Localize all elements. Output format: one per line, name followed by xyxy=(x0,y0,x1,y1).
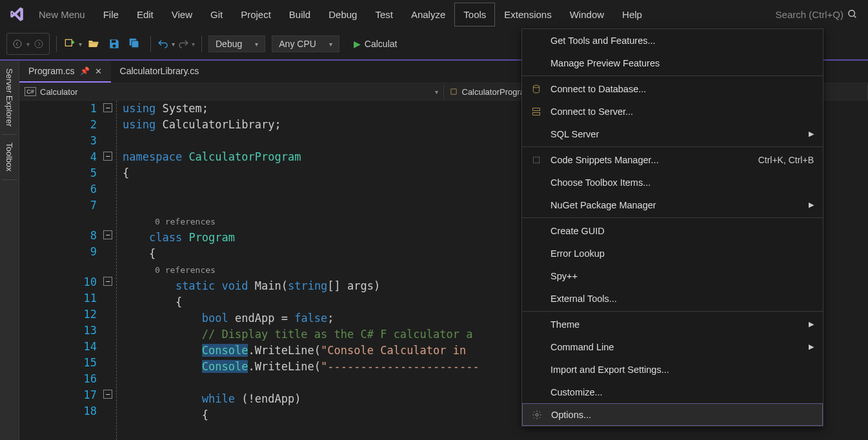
menu-item-label: Spy++ xyxy=(550,271,578,281)
nav-buttons: ▾ xyxy=(6,33,50,55)
menu-test[interactable]: Test xyxy=(366,3,402,26)
menu-item-get-tools-and-features[interactable]: Get Tools and Features... xyxy=(522,29,823,52)
fold-toggle[interactable]: − xyxy=(103,390,112,399)
nav-project-combo[interactable]: C# Calculator▾ xyxy=(19,85,444,99)
fold-toggle[interactable]: − xyxy=(103,103,112,112)
menu-item-label: Import and Export Settings... xyxy=(550,365,669,375)
run-button[interactable]: ▶Calculat xyxy=(347,36,404,52)
menu-item-theme[interactable]: Theme▶ xyxy=(522,313,823,335)
svg-point-1 xyxy=(35,40,43,48)
menu-item-error-lookup[interactable]: Error Lookup xyxy=(522,242,823,265)
side-tab-toolbox[interactable]: Toolbox xyxy=(2,135,17,180)
menubar: New Menu FileEditViewGitProjectBuildDebu… xyxy=(0,0,868,28)
menu-help[interactable]: Help xyxy=(613,3,651,26)
tab-label: CalculatorLibrary.cs xyxy=(120,66,199,76)
menu-item-label: Theme xyxy=(550,319,580,330)
menu-new-menu[interactable]: New Menu xyxy=(30,3,94,26)
submenu-arrow-icon: ▶ xyxy=(809,201,814,209)
gear-icon xyxy=(530,408,543,421)
menu-debug[interactable]: Debug xyxy=(319,3,366,26)
tab-calculatorlibrary-cs[interactable]: CalculatorLibrary.cs xyxy=(111,61,208,83)
shortcut-label: Ctrl+K, Ctrl+B xyxy=(758,155,814,165)
menu-item-external-tools[interactable]: External Tools... xyxy=(522,287,823,310)
menu-analyze[interactable]: Analyze xyxy=(402,3,454,26)
search-box[interactable]: Search (Ctrl+Q) xyxy=(769,5,864,24)
menu-item-label: Create GUID xyxy=(550,226,605,236)
svg-rect-5 xyxy=(533,108,540,110)
svg-point-4 xyxy=(533,85,539,88)
redo-button[interactable]: ▾ xyxy=(177,38,195,50)
menu-item-code-snippets-manager[interactable]: Code Snippets Manager...Ctrl+K, Ctrl+B xyxy=(522,148,823,171)
menu-item-label: Connect to Database... xyxy=(550,84,646,94)
menu-item-label: Get Tools and Features... xyxy=(550,35,656,46)
menu-item-choose-toolbox-items[interactable]: Choose Toolbox Items... xyxy=(522,171,823,194)
svg-rect-2 xyxy=(65,39,72,46)
nav-fwd-button[interactable] xyxy=(30,35,48,53)
menu-item-options[interactable]: Options... xyxy=(522,403,823,426)
menu-item-sql-server[interactable]: SQL Server▶ xyxy=(522,123,823,145)
menu-item-connect-to-server[interactable]: Connect to Server... xyxy=(522,100,823,123)
platform-combo[interactable]: Any CPU▾ xyxy=(272,35,339,52)
submenu-arrow-icon: ▶ xyxy=(809,130,814,138)
tools-menu-dropdown: Get Tools and Features...Manage Preview … xyxy=(521,28,823,426)
menu-item-label: Connect to Server... xyxy=(550,106,633,117)
class-icon xyxy=(449,87,458,96)
submenu-arrow-icon: ▶ xyxy=(809,320,814,328)
menu-item-label: Code Snippets Manager... xyxy=(550,155,659,165)
menu-edit[interactable]: Edit xyxy=(128,3,163,26)
open-file-button[interactable] xyxy=(85,35,103,53)
undo-button[interactable]: ▾ xyxy=(157,38,175,50)
svg-rect-7 xyxy=(533,157,539,163)
fold-toggle[interactable]: − xyxy=(103,277,112,286)
vs-logo xyxy=(4,0,30,28)
fold-toggle[interactable]: − xyxy=(103,152,112,161)
pin-icon[interactable]: 📌 xyxy=(80,66,90,75)
menu-item-label: Command Line xyxy=(550,342,614,352)
server-icon xyxy=(530,105,543,118)
menu-item-create-guid[interactable]: Create GUID xyxy=(522,219,823,242)
save-button[interactable] xyxy=(105,35,123,53)
menu-item-label: Choose Toolbox Items... xyxy=(550,177,651,188)
new-item-button[interactable]: ▾ xyxy=(63,37,82,50)
snippet-icon xyxy=(530,154,543,166)
close-icon[interactable]: ✕ xyxy=(95,66,102,76)
database-icon xyxy=(530,83,543,95)
menu-item-connect-to-database[interactable]: Connect to Database... xyxy=(522,77,823,100)
menu-item-label: Manage Preview Features xyxy=(550,58,660,68)
menu-item-label: NuGet Package Manager xyxy=(550,200,656,210)
menu-item-customize[interactable]: Customize... xyxy=(522,381,823,403)
menu-item-label: SQL Server xyxy=(550,129,599,139)
menu-item-spy[interactable]: Spy++ xyxy=(522,265,823,287)
menu-item-manage-preview-features[interactable]: Manage Preview Features xyxy=(522,52,823,74)
menu-item-label: External Tools... xyxy=(550,294,617,304)
menu-item-import-and-export-settings[interactable]: Import and Export Settings... xyxy=(522,358,823,381)
config-combo[interactable]: Debug▾ xyxy=(208,35,265,52)
csharp-icon: C# xyxy=(25,87,36,96)
submenu-arrow-icon: ▶ xyxy=(809,343,814,351)
menu-item-command-line[interactable]: Command Line▶ xyxy=(522,335,823,358)
menu-item-label: Error Lookup xyxy=(550,248,605,259)
menu-window[interactable]: Window xyxy=(561,3,613,26)
menu-extensions[interactable]: Extensions xyxy=(495,3,560,26)
tab-program-cs[interactable]: Program.cs 📌 ✕ xyxy=(19,61,111,83)
menu-view[interactable]: View xyxy=(163,3,201,26)
menu-file[interactable]: File xyxy=(94,3,128,26)
nav-back-button[interactable] xyxy=(8,35,26,53)
svg-point-0 xyxy=(14,40,21,48)
menu-item-label: Options... xyxy=(551,410,591,420)
tab-label: Program.cs xyxy=(28,66,75,76)
side-tab-server-explorer[interactable]: Server Explorer xyxy=(2,61,17,135)
menu-build[interactable]: Build xyxy=(280,3,319,26)
menu-item-label: Customize... xyxy=(550,387,603,397)
fold-toggle[interactable]: − xyxy=(103,230,112,239)
svg-point-8 xyxy=(536,414,538,416)
menu-item-nuget-package-manager[interactable]: NuGet Package Manager▶ xyxy=(522,194,823,216)
menu-git[interactable]: Git xyxy=(201,3,232,26)
side-tabs: Server Explorer Toolbox xyxy=(0,61,19,440)
svg-rect-6 xyxy=(533,112,540,115)
menu-project[interactable]: Project xyxy=(232,3,280,26)
save-all-button[interactable] xyxy=(126,35,144,53)
menu-tools[interactable]: Tools xyxy=(454,3,495,26)
svg-rect-3 xyxy=(450,89,456,94)
